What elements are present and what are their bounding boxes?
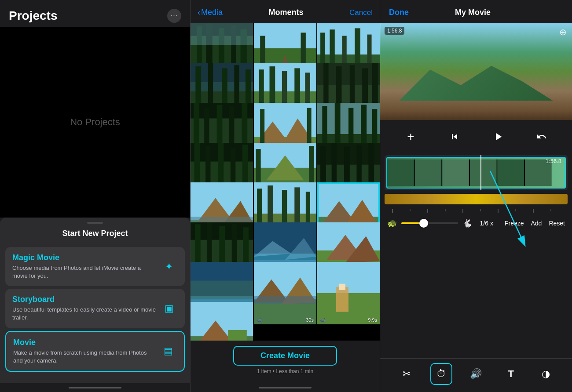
timeline-ticks bbox=[380, 206, 572, 216]
fast-speed-icon: 🐇 bbox=[462, 218, 472, 228]
storyboard-desc: Use beautiful templates to easily create… bbox=[12, 306, 156, 322]
magic-movie-desc: Choose media from Photos and let iMovie … bbox=[12, 264, 156, 280]
video-camera-icon: 📹 bbox=[320, 318, 325, 323]
svg-rect-116 bbox=[191, 281, 253, 300]
movie-text: Movie Make a movie from scratch using me… bbox=[13, 338, 155, 365]
playback-controls: + bbox=[380, 120, 572, 153]
moments-title: Moments bbox=[269, 8, 304, 17]
volume-icon: 🔊 bbox=[470, 368, 482, 380]
footer-info: 1 item • Less than 1 min bbox=[257, 368, 313, 374]
svg-rect-77 bbox=[332, 143, 337, 189]
svg-rect-125 bbox=[339, 284, 345, 290]
middle-home-indicator bbox=[259, 387, 312, 388]
duration-label: 30s bbox=[306, 317, 314, 323]
speed-tool[interactable]: ⏱ bbox=[430, 363, 452, 385]
add-button[interactable]: Add bbox=[531, 220, 542, 227]
svg-rect-100 bbox=[207, 222, 212, 268]
movie-desc: Make a movie from scratch using media fr… bbox=[13, 349, 155, 365]
chevron-left-icon: ‹ bbox=[198, 8, 200, 17]
media-picker-panel: ‹ Media Moments Cancel bbox=[190, 0, 380, 392]
left-bottom-bar bbox=[0, 383, 190, 392]
editor-toolbar: ✂ ⏱ 🔊 T ◑ bbox=[380, 358, 572, 392]
movie-title: Movie bbox=[13, 338, 155, 347]
start-project-sheet: Start New Project Magic Movie Choose med… bbox=[0, 218, 190, 383]
cancel-button[interactable]: Cancel bbox=[349, 8, 373, 17]
svg-rect-48 bbox=[242, 103, 247, 149]
magic-movie-option[interactable]: Magic Movie Choose media from Photos and… bbox=[5, 247, 185, 286]
video-camera-icon: 📹 bbox=[257, 318, 262, 323]
svg-rect-7 bbox=[191, 23, 253, 45]
freeze-button[interactable]: Freeze bbox=[505, 220, 524, 227]
timeline-time: 1:56.8 bbox=[546, 158, 561, 164]
svg-rect-132 bbox=[442, 160, 469, 186]
speed-controls: 🐢 🐇 1/6 x Freeze Add Reset bbox=[380, 216, 572, 231]
text-icon: T bbox=[508, 368, 513, 380]
undo-button[interactable] bbox=[532, 127, 551, 146]
svg-rect-80 bbox=[368, 143, 374, 189]
timeline-clip bbox=[386, 157, 566, 189]
movie-option[interactable]: Movie Make a movie from scratch using me… bbox=[5, 331, 185, 372]
zoom-icon[interactable]: ⊕ bbox=[559, 27, 567, 37]
left-header: Projects ··· bbox=[0, 0, 190, 27]
video-preview: 1:56.8 ⊕ bbox=[380, 23, 572, 120]
scissors-icon: ✂ bbox=[403, 368, 411, 380]
media-back-button[interactable]: ‹ Media bbox=[198, 8, 223, 17]
photo-cell[interactable]: 📹 30s bbox=[254, 262, 316, 324]
timeline-playhead bbox=[480, 155, 481, 190]
svg-rect-99 bbox=[195, 224, 201, 268]
create-movie-button[interactable]: Create Movie bbox=[233, 346, 337, 366]
svg-rect-58 bbox=[335, 103, 341, 149]
duration-label: 9.9s bbox=[368, 317, 377, 323]
svg-rect-121 bbox=[254, 296, 316, 304]
done-button[interactable]: Done bbox=[389, 8, 409, 17]
play-button[interactable] bbox=[488, 127, 508, 146]
mountain-bg bbox=[380, 23, 572, 120]
add-clip-button[interactable]: + bbox=[401, 127, 421, 146]
speed-thumb[interactable] bbox=[419, 219, 428, 228]
no-projects-area: No Projects bbox=[0, 27, 190, 218]
scissors-tool[interactable]: ✂ bbox=[396, 363, 418, 385]
editor-header: Done My Movie bbox=[380, 0, 572, 23]
svg-rect-131 bbox=[415, 160, 442, 186]
skip-back-button[interactable] bbox=[445, 127, 464, 146]
filter-icon: ◑ bbox=[542, 368, 550, 380]
media-header: ‹ Media Moments Cancel bbox=[191, 0, 380, 23]
magic-movie-text: Magic Movie Choose media from Photos and… bbox=[12, 253, 156, 280]
magic-movie-icon: ✦ bbox=[160, 258, 178, 276]
storyboard-option[interactable]: Storyboard Use beautiful templates to ea… bbox=[5, 289, 185, 328]
more-button[interactable]: ··· bbox=[167, 9, 181, 23]
movie-title: My Movie bbox=[455, 8, 491, 17]
speed-label: 1/6 x bbox=[480, 220, 493, 227]
media-footer: Create Movie 1 item • Less than 1 min bbox=[191, 341, 380, 383]
editor-panel: Done My Movie 1:56.8 ⊕ + bbox=[380, 0, 572, 392]
left-home-indicator bbox=[69, 387, 121, 388]
filter-tool[interactable]: ◑ bbox=[535, 363, 557, 385]
text-tool[interactable]: T bbox=[500, 363, 522, 385]
video-duration-badge: 1:56.8 bbox=[385, 27, 404, 35]
timeline-video-track[interactable] bbox=[385, 155, 568, 190]
photo-grid: 📹 12s 📹 2s bbox=[191, 23, 380, 341]
svg-rect-124 bbox=[336, 287, 348, 312]
reset-button[interactable]: Reset bbox=[549, 220, 565, 227]
photo-cell[interactable]: 📹 9.9s bbox=[317, 262, 380, 324]
speed-actions: Freeze Add Reset bbox=[505, 220, 565, 227]
storyboard-text: Storyboard Use beautiful templates to ea… bbox=[12, 295, 156, 322]
handle-bar bbox=[87, 222, 103, 224]
middle-bottom-bar bbox=[191, 383, 380, 392]
storyboard-title: Storyboard bbox=[12, 295, 156, 304]
media-back-label: Media bbox=[201, 8, 223, 17]
speed-icon: ⏱ bbox=[436, 368, 446, 380]
projects-title: Projects bbox=[9, 9, 58, 23]
svg-rect-134 bbox=[497, 160, 524, 186]
svg-rect-129 bbox=[228, 330, 247, 341]
svg-rect-133 bbox=[470, 160, 497, 186]
svg-rect-24 bbox=[208, 63, 213, 106]
sheet-handle bbox=[0, 218, 190, 227]
volume-tool[interactable]: 🔊 bbox=[465, 363, 487, 385]
svg-rect-44 bbox=[194, 103, 199, 148]
timeline-area: 1:56.8 bbox=[380, 153, 572, 358]
speed-slider[interactable] bbox=[401, 222, 458, 224]
photo-cell[interactable]: 📹 2.8s bbox=[191, 302, 253, 341]
movie-icon: ▤ bbox=[159, 342, 177, 360]
projects-panel: Projects ··· No Projects Start New Proje… bbox=[0, 0, 190, 392]
